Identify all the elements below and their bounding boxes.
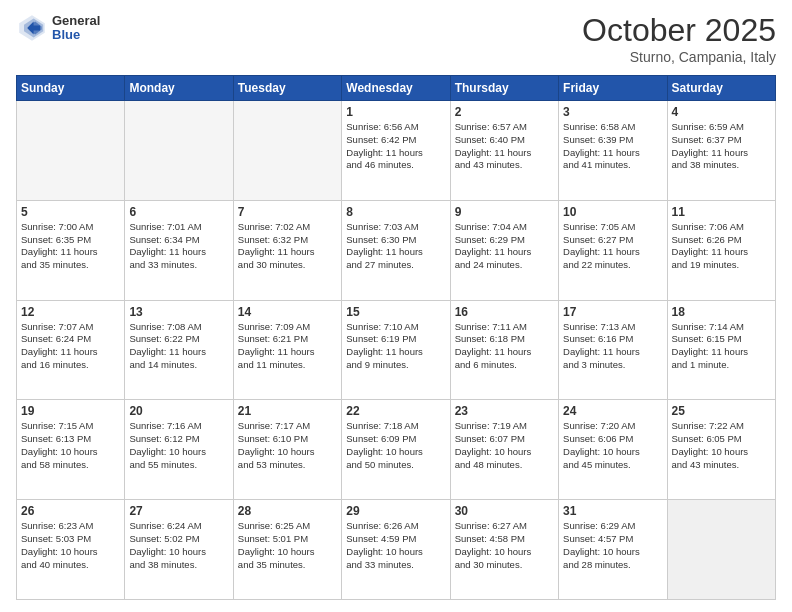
day-info: Sunrise: 7:16 AM Sunset: 6:12 PM Dayligh… <box>129 420 228 471</box>
calendar-cell: 27Sunrise: 6:24 AM Sunset: 5:02 PM Dayli… <box>125 500 233 600</box>
calendar-cell: 16Sunrise: 7:11 AM Sunset: 6:18 PM Dayli… <box>450 300 558 400</box>
day-info: Sunrise: 6:59 AM Sunset: 6:37 PM Dayligh… <box>672 121 771 172</box>
calendar-cell: 22Sunrise: 7:18 AM Sunset: 6:09 PM Dayli… <box>342 400 450 500</box>
day-info: Sunrise: 7:06 AM Sunset: 6:26 PM Dayligh… <box>672 221 771 272</box>
day-number: 14 <box>238 305 337 319</box>
logo-general: General <box>52 14 100 28</box>
day-number: 30 <box>455 504 554 518</box>
day-number: 8 <box>346 205 445 219</box>
calendar-cell: 24Sunrise: 7:20 AM Sunset: 6:06 PM Dayli… <box>559 400 667 500</box>
location-subtitle: Sturno, Campania, Italy <box>582 49 776 65</box>
header-row: Sunday Monday Tuesday Wednesday Thursday… <box>17 76 776 101</box>
day-info: Sunrise: 6:29 AM Sunset: 4:57 PM Dayligh… <box>563 520 662 571</box>
calendar-cell <box>233 101 341 201</box>
calendar-cell: 9Sunrise: 7:04 AM Sunset: 6:29 PM Daylig… <box>450 200 558 300</box>
day-info: Sunrise: 7:07 AM Sunset: 6:24 PM Dayligh… <box>21 321 120 372</box>
day-info: Sunrise: 6:24 AM Sunset: 5:02 PM Dayligh… <box>129 520 228 571</box>
day-info: Sunrise: 6:57 AM Sunset: 6:40 PM Dayligh… <box>455 121 554 172</box>
calendar-cell: 26Sunrise: 6:23 AM Sunset: 5:03 PM Dayli… <box>17 500 125 600</box>
logo-blue: Blue <box>52 28 100 42</box>
day-number: 22 <box>346 404 445 418</box>
col-wednesday: Wednesday <box>342 76 450 101</box>
day-info: Sunrise: 7:08 AM Sunset: 6:22 PM Dayligh… <box>129 321 228 372</box>
calendar-cell: 31Sunrise: 6:29 AM Sunset: 4:57 PM Dayli… <box>559 500 667 600</box>
day-info: Sunrise: 6:23 AM Sunset: 5:03 PM Dayligh… <box>21 520 120 571</box>
day-number: 4 <box>672 105 771 119</box>
day-number: 5 <box>21 205 120 219</box>
day-number: 31 <box>563 504 662 518</box>
week-row-3: 19Sunrise: 7:15 AM Sunset: 6:13 PM Dayli… <box>17 400 776 500</box>
day-info: Sunrise: 6:58 AM Sunset: 6:39 PM Dayligh… <box>563 121 662 172</box>
calendar-cell: 5Sunrise: 7:00 AM Sunset: 6:35 PM Daylig… <box>17 200 125 300</box>
header: General Blue October 2025 Sturno, Campan… <box>16 12 776 65</box>
calendar-cell: 8Sunrise: 7:03 AM Sunset: 6:30 PM Daylig… <box>342 200 450 300</box>
day-info: Sunrise: 7:19 AM Sunset: 6:07 PM Dayligh… <box>455 420 554 471</box>
calendar-cell: 10Sunrise: 7:05 AM Sunset: 6:27 PM Dayli… <box>559 200 667 300</box>
col-sunday: Sunday <box>17 76 125 101</box>
calendar-cell: 14Sunrise: 7:09 AM Sunset: 6:21 PM Dayli… <box>233 300 341 400</box>
calendar-cell <box>667 500 775 600</box>
calendar-cell: 20Sunrise: 7:16 AM Sunset: 6:12 PM Dayli… <box>125 400 233 500</box>
month-title: October 2025 <box>582 12 776 49</box>
week-row-4: 26Sunrise: 6:23 AM Sunset: 5:03 PM Dayli… <box>17 500 776 600</box>
day-number: 18 <box>672 305 771 319</box>
calendar-cell: 1Sunrise: 6:56 AM Sunset: 6:42 PM Daylig… <box>342 101 450 201</box>
calendar-cell <box>17 101 125 201</box>
day-info: Sunrise: 7:20 AM Sunset: 6:06 PM Dayligh… <box>563 420 662 471</box>
day-info: Sunrise: 7:02 AM Sunset: 6:32 PM Dayligh… <box>238 221 337 272</box>
calendar-cell: 28Sunrise: 6:25 AM Sunset: 5:01 PM Dayli… <box>233 500 341 600</box>
day-info: Sunrise: 7:14 AM Sunset: 6:15 PM Dayligh… <box>672 321 771 372</box>
day-number: 3 <box>563 105 662 119</box>
day-info: Sunrise: 7:04 AM Sunset: 6:29 PM Dayligh… <box>455 221 554 272</box>
day-info: Sunrise: 6:56 AM Sunset: 6:42 PM Dayligh… <box>346 121 445 172</box>
day-info: Sunrise: 7:17 AM Sunset: 6:10 PM Dayligh… <box>238 420 337 471</box>
logo-text: General Blue <box>52 14 100 43</box>
day-info: Sunrise: 6:25 AM Sunset: 5:01 PM Dayligh… <box>238 520 337 571</box>
day-info: Sunrise: 6:27 AM Sunset: 4:58 PM Dayligh… <box>455 520 554 571</box>
col-monday: Monday <box>125 76 233 101</box>
title-block: October 2025 Sturno, Campania, Italy <box>582 12 776 65</box>
day-info: Sunrise: 7:13 AM Sunset: 6:16 PM Dayligh… <box>563 321 662 372</box>
day-number: 23 <box>455 404 554 418</box>
week-row-0: 1Sunrise: 6:56 AM Sunset: 6:42 PM Daylig… <box>17 101 776 201</box>
day-number: 12 <box>21 305 120 319</box>
day-number: 1 <box>346 105 445 119</box>
day-number: 26 <box>21 504 120 518</box>
calendar-cell: 21Sunrise: 7:17 AM Sunset: 6:10 PM Dayli… <box>233 400 341 500</box>
calendar-cell: 17Sunrise: 7:13 AM Sunset: 6:16 PM Dayli… <box>559 300 667 400</box>
day-number: 6 <box>129 205 228 219</box>
calendar-cell <box>125 101 233 201</box>
day-number: 21 <box>238 404 337 418</box>
day-number: 25 <box>672 404 771 418</box>
day-number: 7 <box>238 205 337 219</box>
calendar-cell: 2Sunrise: 6:57 AM Sunset: 6:40 PM Daylig… <box>450 101 558 201</box>
logo-icon <box>16 12 48 44</box>
day-number: 10 <box>563 205 662 219</box>
page: General Blue October 2025 Sturno, Campan… <box>0 0 792 612</box>
day-info: Sunrise: 7:03 AM Sunset: 6:30 PM Dayligh… <box>346 221 445 272</box>
day-number: 11 <box>672 205 771 219</box>
day-number: 28 <box>238 504 337 518</box>
day-number: 20 <box>129 404 228 418</box>
day-info: Sunrise: 7:15 AM Sunset: 6:13 PM Dayligh… <box>21 420 120 471</box>
calendar-cell: 23Sunrise: 7:19 AM Sunset: 6:07 PM Dayli… <box>450 400 558 500</box>
calendar-cell: 6Sunrise: 7:01 AM Sunset: 6:34 PM Daylig… <box>125 200 233 300</box>
calendar-cell: 18Sunrise: 7:14 AM Sunset: 6:15 PM Dayli… <box>667 300 775 400</box>
day-number: 19 <box>21 404 120 418</box>
day-number: 9 <box>455 205 554 219</box>
calendar-table: Sunday Monday Tuesday Wednesday Thursday… <box>16 75 776 600</box>
day-number: 15 <box>346 305 445 319</box>
calendar-cell: 13Sunrise: 7:08 AM Sunset: 6:22 PM Dayli… <box>125 300 233 400</box>
calendar-cell: 30Sunrise: 6:27 AM Sunset: 4:58 PM Dayli… <box>450 500 558 600</box>
day-info: Sunrise: 6:26 AM Sunset: 4:59 PM Dayligh… <box>346 520 445 571</box>
calendar-cell: 11Sunrise: 7:06 AM Sunset: 6:26 PM Dayli… <box>667 200 775 300</box>
col-saturday: Saturday <box>667 76 775 101</box>
day-info: Sunrise: 7:11 AM Sunset: 6:18 PM Dayligh… <box>455 321 554 372</box>
day-number: 27 <box>129 504 228 518</box>
day-number: 16 <box>455 305 554 319</box>
calendar-cell: 7Sunrise: 7:02 AM Sunset: 6:32 PM Daylig… <box>233 200 341 300</box>
day-number: 13 <box>129 305 228 319</box>
day-info: Sunrise: 7:05 AM Sunset: 6:27 PM Dayligh… <box>563 221 662 272</box>
day-info: Sunrise: 7:22 AM Sunset: 6:05 PM Dayligh… <box>672 420 771 471</box>
calendar-cell: 3Sunrise: 6:58 AM Sunset: 6:39 PM Daylig… <box>559 101 667 201</box>
